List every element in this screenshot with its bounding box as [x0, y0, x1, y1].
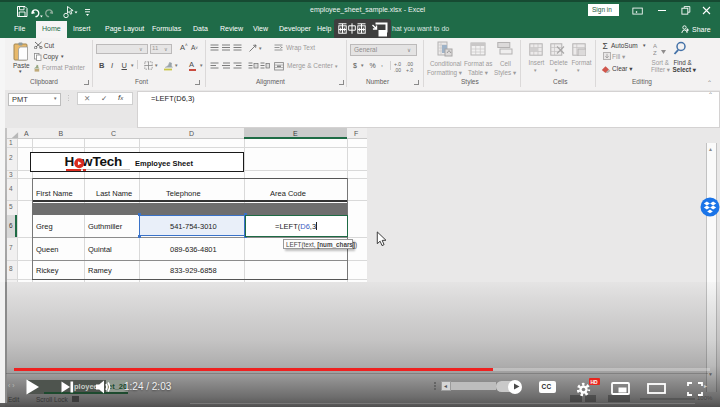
svg-text:Z: Z — [653, 50, 657, 56]
svg-text:A: A — [653, 43, 657, 49]
